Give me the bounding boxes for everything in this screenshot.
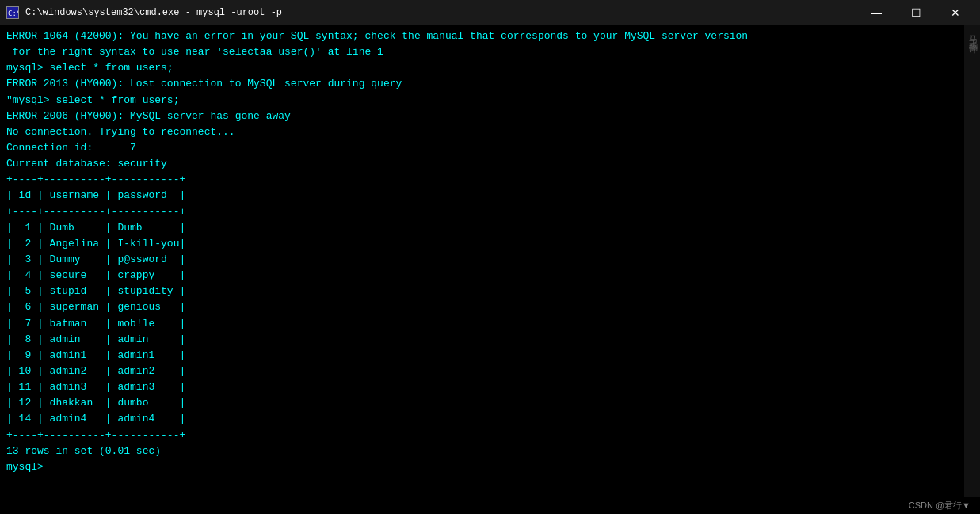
terminal-line: +----+----------+-----------+ xyxy=(6,204,958,220)
terminal-line: Connection id: 7 xyxy=(6,140,958,156)
terminal-line: | 8 | admin | admin | xyxy=(6,332,958,348)
svg-text:C:\: C:\ xyxy=(8,10,18,17)
terminal-line: ERROR 1064 (42000): You have an error in… xyxy=(6,29,958,44)
terminal-line: | 12 | dhakkan | dumbo | xyxy=(6,395,958,411)
terminal-line: for the right syntax to use near 'select… xyxy=(6,44,958,60)
terminal-line: | 9 | admin1 | admin1 | xyxy=(6,348,958,364)
minimize-button[interactable]: — xyxy=(858,2,894,24)
terminal-line: "mysql> select * from users; xyxy=(6,93,958,109)
terminal-line: | 2 | Angelina | I-kill-you| xyxy=(6,236,958,252)
terminal-line: | 4 | secure | crappy | xyxy=(6,268,958,284)
window-title: C:\windows\system32\cmd.exe - mysql -uro… xyxy=(25,7,282,18)
terminal-line: ERROR 2006 (HY000): MySQL server has gon… xyxy=(6,109,958,124)
right-sidebar: 马 上 翻 译 xyxy=(964,25,980,497)
terminal-line: +----+----------+-----------+ xyxy=(6,428,958,444)
terminal-line: | 14 | admin4 | admin4 | xyxy=(6,411,958,427)
terminal-body[interactable]: ERROR 1064 (42000): You have an error in… xyxy=(0,25,980,497)
terminal-line: +----+----------+-----------+ xyxy=(6,172,958,188)
terminal-line: | 7 | batman | mob!le | xyxy=(6,316,958,332)
terminal-line: | 6 | superman | genious | xyxy=(6,299,958,315)
cmd-icon: C:\ xyxy=(6,6,19,19)
terminal-line: | 10 | admin2 | admin2 | xyxy=(6,364,958,379)
terminal-line: Current database: security xyxy=(6,156,958,172)
terminal-line: mysql> select * from users; xyxy=(6,60,958,76)
terminal-line: | 5 | stupid | stupidity | xyxy=(6,284,958,299)
terminal-line: No connection. Trying to reconnect... xyxy=(6,124,958,140)
terminal-line: | id | username | password | xyxy=(6,188,958,204)
terminal-line: | 1 | Dumb | Dumb | xyxy=(6,220,958,236)
csdn-badge: CSDN @君行▼ xyxy=(909,500,970,512)
close-button[interactable]: ✕ xyxy=(937,2,974,24)
status-bar: CSDN @君行▼ xyxy=(0,497,980,514)
maximize-button[interactable]: ☐ xyxy=(898,2,934,24)
terminal-line: | 11 | admin3 | admin3 | xyxy=(6,379,958,395)
title-bar: C:\ C:\windows\system32\cmd.exe - mysql … xyxy=(0,0,980,25)
terminal-output: ERROR 1064 (42000): You have an error in… xyxy=(6,29,958,475)
terminal-line: | 3 | Dummy | p@ssword | xyxy=(6,252,958,268)
terminal-line: mysql> xyxy=(6,459,958,475)
terminal-line: 13 rows in set (0.01 sec) xyxy=(6,444,958,459)
title-bar-left: C:\ C:\windows\system32\cmd.exe - mysql … xyxy=(6,6,282,19)
window-controls: — ☐ ✕ xyxy=(858,2,974,24)
terminal-window: C:\ C:\windows\system32\cmd.exe - mysql … xyxy=(0,0,980,514)
terminal-line: ERROR 2013 (HY000): Lost connection to M… xyxy=(6,76,958,92)
